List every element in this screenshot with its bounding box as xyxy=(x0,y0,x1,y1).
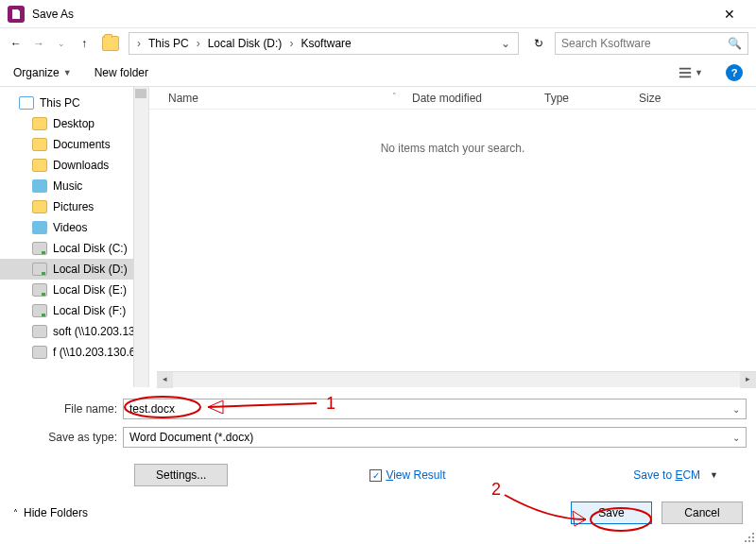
tree-scrollbar[interactable] xyxy=(133,87,148,387)
recent-dropdown[interactable]: ⌄ xyxy=(53,39,70,48)
svg-rect-2 xyxy=(679,76,691,77)
title-bar: Save As ✕ xyxy=(0,0,756,28)
search-box[interactable]: 🔍 xyxy=(555,32,748,55)
file-list[interactable]: Name ˄ Date modified Type Size No items … xyxy=(149,87,756,387)
main-area: This PCDesktopDocumentsDownloadsMusicPic… xyxy=(0,87,756,387)
filename-input[interactable] xyxy=(129,402,732,416)
col-date[interactable]: Date modified xyxy=(404,92,537,105)
tree-item-label: Local Disk (D:) xyxy=(53,263,128,276)
filename-label: File name: xyxy=(9,402,123,416)
tree-item-label: Local Disk (E:) xyxy=(53,283,127,297)
media-icon xyxy=(32,179,47,193)
new-folder-button[interactable]: New folder xyxy=(94,66,148,79)
sort-indicator-icon: ˄ xyxy=(392,92,397,105)
tree-item[interactable]: f (\\10.203.130.6) xyxy=(0,342,148,363)
checkbox-icon: ✓ xyxy=(369,469,382,482)
folder-icon xyxy=(32,138,47,151)
tree-item-label: Local Disk (F:) xyxy=(53,304,126,317)
chevron-up-icon: ˄ xyxy=(13,508,18,518)
tree-item-label: This PC xyxy=(40,96,80,110)
tree-item[interactable]: This PC xyxy=(0,93,148,113)
forward-button[interactable]: → xyxy=(30,37,47,50)
chevron-down-icon[interactable]: ⌄ xyxy=(732,433,740,443)
tree-item[interactable]: Downloads xyxy=(0,155,148,176)
tree-item[interactable]: Local Disk (F:) xyxy=(0,300,148,321)
drive-icon xyxy=(32,283,47,297)
chevron-down-icon: ▼ xyxy=(63,68,72,77)
chevron-down-icon[interactable]: ⌄ xyxy=(732,404,740,415)
breadcrumb[interactable]: › This PC › Local Disk (D:) › Ksoftware … xyxy=(129,32,519,55)
drive-icon xyxy=(32,242,47,255)
hide-folders-label: Hide Folders xyxy=(24,506,88,519)
window-title: Save As xyxy=(32,8,711,21)
save-to-ecm-label: Save to ECM xyxy=(633,468,700,482)
toolbar: Organize ▼ New folder ▼ ? xyxy=(0,59,756,87)
refresh-button[interactable]: ↻ xyxy=(528,37,549,50)
view-icon xyxy=(679,66,692,79)
tree-item-label: Desktop xyxy=(53,117,94,130)
scroll-right-icon[interactable]: ▸ xyxy=(740,372,756,388)
net-icon xyxy=(32,325,47,338)
organize-label: Organize xyxy=(13,66,60,79)
folder-icon xyxy=(32,117,47,130)
tree-item[interactable]: soft (\\10.203.130 xyxy=(0,321,148,342)
chevron-right-icon: › xyxy=(193,37,204,50)
savetype-value: Word Document (*.docx) xyxy=(129,431,732,444)
horizontal-scrollbar[interactable]: ◂ ▸ xyxy=(157,371,756,387)
folder-tree[interactable]: This PCDesktopDocumentsDownloadsMusicPic… xyxy=(0,87,149,387)
breadcrumb-part[interactable]: This PC xyxy=(145,37,193,50)
mon-icon xyxy=(19,96,34,110)
app-icon xyxy=(8,6,25,23)
tree-item-label: f (\\10.203.130.6) xyxy=(53,346,139,359)
up-button[interactable]: ↑ xyxy=(76,37,93,50)
chevron-down-icon: ▼ xyxy=(695,68,703,77)
savetype-field[interactable]: Word Document (*.docx) ⌄ xyxy=(123,427,747,448)
tree-item[interactable]: Local Disk (E:) xyxy=(0,280,148,300)
column-headers[interactable]: Name ˄ Date modified Type Size xyxy=(149,87,756,110)
nav-bar: ← → ⌄ ↑ › This PC › Local Disk (D:) › Ks… xyxy=(0,28,756,59)
view-options-button[interactable]: ▼ xyxy=(679,66,703,79)
search-icon: 🔍 xyxy=(728,37,742,50)
net-icon xyxy=(32,346,47,359)
breadcrumb-dropdown-icon[interactable]: ⌄ xyxy=(497,37,514,50)
video-icon xyxy=(32,221,47,234)
cancel-button[interactable]: Cancel xyxy=(662,502,743,524)
save-to-ecm-button[interactable]: Save to ECM ▼ xyxy=(633,468,718,482)
organize-menu[interactable]: Organize ▼ xyxy=(13,66,72,79)
col-size[interactable]: Size xyxy=(631,92,756,105)
back-button[interactable]: ← xyxy=(8,37,25,50)
hide-folders-button[interactable]: ˄ Hide Folders xyxy=(13,506,88,519)
tree-item[interactable]: Desktop xyxy=(0,113,148,134)
view-result-checkbox[interactable]: ✓ VView Resultiew Result xyxy=(369,468,445,482)
tree-item[interactable]: Documents xyxy=(0,134,148,155)
svg-rect-0 xyxy=(679,67,691,69)
chevron-down-icon: ▼ xyxy=(710,470,718,480)
form-area: File name: ⌄ Save as type: Word Document… xyxy=(0,387,756,491)
settings-button[interactable]: Settings... xyxy=(134,464,228,486)
tree-item-label: Music xyxy=(53,179,82,193)
scroll-left-icon[interactable]: ◂ xyxy=(157,372,173,388)
search-input[interactable] xyxy=(561,37,728,50)
tree-item-label: Pictures xyxy=(53,200,94,213)
tree-item[interactable]: Local Disk (C:) xyxy=(0,238,148,259)
save-button[interactable]: Save xyxy=(571,502,652,524)
breadcrumb-part[interactable]: Ksoftware xyxy=(297,37,354,50)
breadcrumb-part[interactable]: Local Disk (D:) xyxy=(204,37,286,50)
view-result-label: VView Resultiew Result xyxy=(386,468,445,482)
tree-item-label: Documents xyxy=(53,138,111,151)
folder-icon xyxy=(102,36,119,51)
chevron-right-icon: › xyxy=(285,37,297,50)
tree-item-label: Videos xyxy=(53,221,87,234)
col-name[interactable]: Name ˄ xyxy=(149,92,404,105)
tree-item[interactable]: Pictures xyxy=(0,196,148,217)
drive-icon xyxy=(32,304,47,317)
resize-grip[interactable] xyxy=(743,531,754,542)
close-button[interactable]: ✕ xyxy=(711,7,748,22)
help-button[interactable]: ? xyxy=(726,64,743,81)
tree-item[interactable]: Local Disk (D:) xyxy=(0,259,148,280)
tree-item[interactable]: Music xyxy=(0,176,148,196)
col-type[interactable]: Type xyxy=(537,92,631,105)
filename-field[interactable]: ⌄ xyxy=(123,399,747,419)
folder-icon xyxy=(32,159,47,172)
tree-item[interactable]: Videos xyxy=(0,217,148,238)
